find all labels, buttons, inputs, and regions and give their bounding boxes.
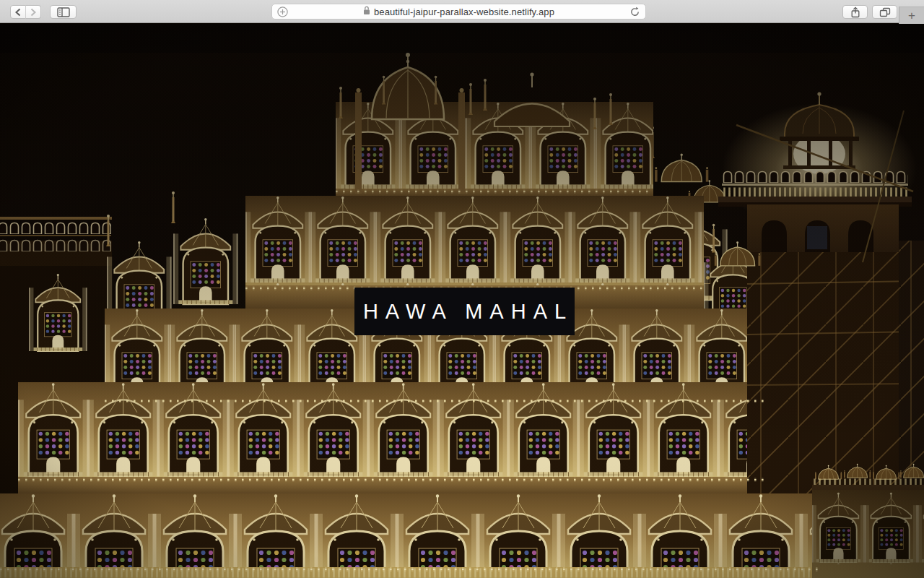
forward-button[interactable] [25, 5, 41, 19]
address-bar[interactable]: beautiful-jaipur-parallax-website.netlif… [271, 4, 646, 20]
webpage-viewport: HAWA MAHAL [0, 24, 924, 578]
sidebar-icon [57, 7, 70, 17]
plus-icon: + [908, 9, 915, 22]
share-button[interactable] [842, 5, 868, 19]
tabs-overview-icon [879, 7, 891, 17]
hero-title: HAWA MAHAL [354, 288, 575, 335]
new-tab-button[interactable]: + [899, 7, 924, 24]
sidebar-toggle-button[interactable] [50, 5, 77, 19]
browser-toolbar: beautiful-jaipur-parallax-website.netlif… [0, 0, 924, 23]
url-text[interactable]: beautiful-jaipur-parallax-website.netlif… [374, 7, 554, 17]
back-button[interactable] [10, 5, 26, 19]
share-icon [850, 7, 860, 18]
browser-window: beautiful-jaipur-parallax-website.netlif… [0, 0, 924, 578]
url-display: beautiful-jaipur-parallax-website.netlif… [272, 4, 645, 19]
tabs-overview-button[interactable] [872, 5, 897, 19]
chevron-right-icon [30, 8, 37, 17]
reload-button[interactable] [629, 7, 640, 20]
chevron-left-icon [14, 8, 22, 17]
lock-icon [363, 5, 370, 18]
